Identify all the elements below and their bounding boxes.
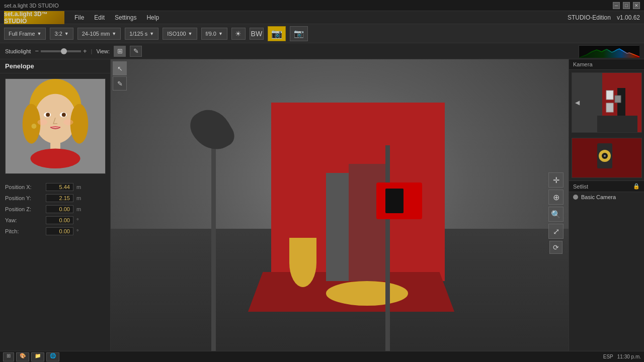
kamera-inner: ◀ (572, 73, 641, 132)
orbit-control[interactable]: ⊕ (548, 190, 564, 205)
svg-rect-17 (617, 88, 625, 118)
3d-viewport[interactable]: ↖ ✎ ✛ ⊕ 🔍 ⤢ ⟳ (111, 59, 569, 362)
menu-edit[interactable]: Edit (94, 14, 105, 21)
studiolight-slider[interactable]: − + (35, 47, 87, 55)
gold-platform (326, 281, 409, 306)
menu-file[interactable]: File (74, 14, 84, 21)
svg-rect-19 (606, 103, 613, 112)
menu-help[interactable]: Help (146, 14, 159, 21)
maximize-button[interactable]: □ (623, 2, 630, 9)
setlist-dot-icon (573, 195, 578, 200)
slider-minus[interactable]: − (35, 47, 39, 55)
light-stand (211, 121, 216, 362)
model-figure-2 (349, 164, 390, 281)
yaw-unit: ° (76, 217, 78, 223)
shutter-speed-dropdown[interactable]: 1/125 s▼ (125, 28, 158, 40)
capture-button[interactable]: 📷 (268, 26, 286, 41)
slider-thumb[interactable] (61, 48, 67, 54)
iso-dropdown[interactable]: ISO100▼ (163, 28, 197, 40)
viewport-tools: ↖ ✎ (111, 59, 129, 93)
svg-rect-20 (615, 96, 621, 103)
bw-button[interactable]: BW (250, 28, 264, 40)
histogram-preview (579, 45, 639, 57)
svg-point-12 (32, 124, 37, 129)
left-panel: Penelope (0, 59, 111, 362)
system-time: 11:30 p.m. (617, 354, 641, 359)
zoom-control[interactable]: 🔍 (548, 207, 564, 222)
position-z-label: Position Z: (5, 206, 43, 212)
yaw-label: Yaw: (5, 217, 43, 223)
pitch-row: Pitch: 0.00 ° (5, 227, 105, 235)
menu-settings[interactable]: Settings (115, 14, 136, 21)
pitch-value: 0.00 (46, 227, 73, 235)
svg-point-9 (31, 149, 80, 169)
position-x-value: 5.44 (46, 183, 73, 191)
taskbar-right: ESP 11:30 p.m. (603, 354, 641, 359)
yaw-value: 0.00 (46, 216, 73, 224)
camera-mode-dropdown[interactable]: Full Frame▼ (4, 28, 46, 40)
pitch-unit: ° (76, 228, 78, 234)
position-x-label: Position X: (5, 184, 43, 190)
settings-camera-button[interactable]: 📷 (290, 26, 308, 41)
kamera-back-arrow[interactable]: ◀ (575, 99, 580, 106)
edition-label: STUDIO-Edition (568, 14, 611, 21)
position-z-value: 0.00 (46, 205, 73, 213)
app-title: set.a.light 3D STUDIO (4, 3, 613, 9)
chair (289, 238, 317, 287)
yaw-row: Yaw: 0.00 ° (5, 216, 105, 224)
exposure-icon-btn[interactable]: ☀ (231, 28, 246, 40)
svg-point-14 (63, 119, 73, 125)
setlist-basic-camera[interactable]: Basic Camera (569, 192, 644, 202)
view-label: View: (96, 48, 110, 54)
svg-point-11 (70, 104, 89, 143)
move-tool-button[interactable]: ✎ (113, 76, 127, 90)
menubar: set.a.light 3D™ STUDIO File Edit Setting… (0, 11, 644, 24)
studio-toolbar: Full Frame▼ 3:2▼ 24-105 mm▼ 1/125 s▼ ISO… (0, 24, 644, 43)
main-layout: Penelope (0, 59, 644, 362)
fit-control[interactable]: ⤢ (548, 224, 564, 239)
slider-plus[interactable]: + (83, 47, 87, 55)
position-x-row: Position X: 5.44 m (5, 183, 105, 191)
pan-control[interactable]: ✛ (548, 172, 564, 188)
position-z-row: Position Z: 0.00 m (5, 205, 105, 213)
grid-view-button[interactable]: ⊞ (114, 46, 126, 57)
version-label: v1.00.62 (617, 14, 640, 21)
pitch-label: Pitch: (5, 228, 43, 234)
edit-view-button[interactable]: ✎ (130, 46, 142, 57)
svg-point-7 (62, 113, 66, 117)
flash-black-box (385, 189, 404, 213)
secondary-toolbar: Studiolight − + | View: ⊞ ✎ (0, 43, 644, 59)
svg-point-10 (23, 104, 41, 143)
aperture-dropdown[interactable]: f/9.0▼ (201, 28, 227, 40)
model-properties: Position X: 5.44 m Position Y: 2.15 m Po… (0, 179, 110, 239)
focal-length-dropdown[interactable]: 24-105 mm▼ (77, 28, 121, 40)
minimize-button[interactable]: ─ (613, 2, 620, 9)
reset-control[interactable]: ⟳ (549, 241, 562, 254)
taskbar-app2-button[interactable]: 📁 (31, 352, 44, 361)
selected-model-name: Penelope (0, 59, 110, 73)
close-button[interactable]: ✕ (633, 2, 640, 9)
slider-track[interactable] (41, 50, 81, 52)
kamera-sm-inner (572, 138, 641, 177)
start-button[interactable]: ⊞ (3, 352, 14, 361)
titlebar: set.a.light 3D STUDIO ─ □ ✕ (0, 0, 644, 11)
taskbar: ⊞ 🎨 📁 🌐 ESP 11:30 p.m. (0, 351, 644, 362)
brand-area: set.a.light 3D™ STUDIO (4, 11, 64, 24)
model-portrait (5, 78, 106, 174)
navigation-controls: ✛ ⊕ 🔍 ⤢ ⟳ (548, 172, 564, 254)
taskbar-app3-button[interactable]: 🌐 (46, 352, 59, 361)
position-y-unit: m (76, 195, 81, 201)
svg-point-13 (37, 119, 47, 125)
app-logo: set.a.light 3D™ STUDIO (4, 11, 64, 24)
portrait-face (6, 79, 105, 173)
position-x-unit: m (76, 184, 81, 190)
setlist-label: Setlist (573, 184, 588, 190)
position-y-row: Position Y: 2.15 m (5, 194, 105, 202)
setlist-section-header: Setlist 🔒 (569, 180, 644, 192)
right-panel: Kamera ◀ (569, 59, 644, 362)
select-tool-button[interactable]: ↖ (113, 61, 127, 75)
taskbar-app-button[interactable]: 🎨 (16, 352, 29, 361)
position-y-label: Position Y: (5, 195, 43, 201)
aspect-ratio-dropdown[interactable]: 3:2▼ (50, 28, 73, 40)
kamera-preview: ◀ (572, 72, 642, 133)
